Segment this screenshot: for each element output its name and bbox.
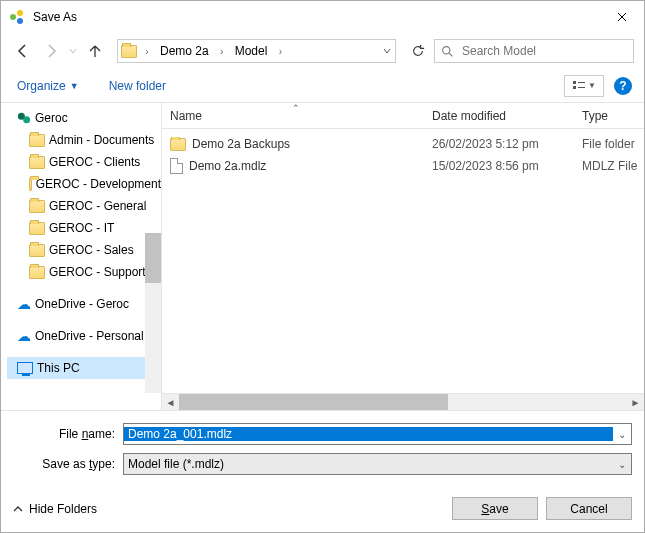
tree-label: GEROC - Support [49, 265, 146, 279]
chevron-right-icon[interactable]: › [215, 46, 229, 57]
folder-icon [29, 134, 45, 147]
save-button[interactable]: Save [452, 497, 538, 520]
tree-onedrive-2[interactable]: ☁ OneDrive - Personal [7, 325, 161, 347]
svg-rect-4 [573, 81, 576, 84]
recent-locations-dropdown[interactable] [67, 39, 79, 63]
tree-scrollbar[interactable] [145, 233, 161, 393]
titlebar: Save As [1, 1, 644, 33]
scrollbar-track[interactable] [179, 394, 627, 410]
file-row[interactable]: Demo 2a Backups26/02/2023 5:12 pmFile fo… [162, 133, 644, 155]
file-pane: Name ⌃ Date modified Type Demo 2a Backup… [162, 103, 644, 410]
cell-type: File folder [574, 137, 644, 151]
tree-label: GEROC - Clients [49, 155, 140, 169]
cell-name: Demo 2a.mdlz [162, 158, 424, 174]
cancel-button[interactable]: Cancel [546, 497, 632, 520]
close-button[interactable] [599, 1, 644, 33]
chevron-down-icon: ▼ [588, 81, 596, 90]
scrollbar-thumb[interactable] [145, 233, 161, 283]
filename-label: File name: [13, 427, 123, 441]
view-menu[interactable]: ▼ [564, 75, 604, 97]
refresh-button[interactable] [406, 39, 430, 63]
svg-point-2 [17, 18, 23, 24]
nav-row: › Demo 2a › Model › [1, 33, 644, 69]
tree-onedrive-1[interactable]: ☁ OneDrive - Geroc [7, 293, 161, 315]
tree-label: OneDrive - Geroc [35, 297, 129, 311]
window-title: Save As [33, 10, 599, 24]
folder-icon [29, 266, 45, 279]
back-button[interactable] [11, 39, 35, 63]
organize-menu[interactable]: Organize ▼ [13, 77, 83, 95]
file-list[interactable]: Demo 2a Backups26/02/2023 5:12 pmFile fo… [162, 129, 644, 393]
tree-item[interactable]: GEROC - Sales [7, 239, 161, 261]
tree-root[interactable]: Geroc [7, 107, 161, 129]
sharepoint-icon [17, 111, 31, 125]
hide-folders-label: Hide Folders [29, 502, 97, 516]
toolbar: Organize ▼ New folder ▼ ? [1, 69, 644, 103]
filename-combo[interactable]: Demo 2a_001.mdlz ⌄ [123, 423, 632, 445]
tree-label: OneDrive - Personal [35, 329, 144, 343]
forward-button[interactable] [39, 39, 63, 63]
folder-icon [29, 222, 45, 235]
tree-item[interactable]: Admin - Documents [7, 129, 161, 151]
breadcrumb-seg-0[interactable]: Demo 2a [154, 40, 215, 62]
tree-label: GEROC - Sales [49, 243, 134, 257]
breadcrumb-label: Demo 2a [160, 44, 209, 58]
svg-rect-7 [578, 87, 585, 88]
svg-point-3 [443, 46, 450, 53]
folder-icon [29, 156, 45, 169]
filename-row: File name: Demo 2a_001.mdlz ⌄ [13, 421, 632, 447]
saveastype-label: Save as type: [13, 457, 123, 471]
svg-rect-6 [578, 82, 585, 83]
svg-point-9 [23, 116, 30, 123]
scroll-left-icon[interactable]: ◄ [162, 394, 179, 411]
col-type[interactable]: Type [574, 109, 644, 123]
main-area: Geroc Admin - DocumentsGEROC - ClientsGE… [1, 103, 644, 410]
chevron-down-icon[interactable]: ⌄ [613, 429, 631, 440]
breadcrumb-dropdown[interactable] [377, 47, 395, 55]
cancel-label: Cancel [570, 502, 607, 516]
up-button[interactable] [83, 39, 107, 63]
tree-item[interactable]: GEROC - IT [7, 217, 161, 239]
tree-label: GEROC - IT [49, 221, 114, 235]
scrollbar-thumb[interactable] [179, 394, 448, 410]
tree-label: GEROC - Development [36, 177, 161, 191]
search-box[interactable] [434, 39, 634, 63]
cell-type: MDLZ File [574, 159, 644, 173]
cell-name: Demo 2a Backups [162, 137, 424, 151]
chevron-down-icon: ▼ [70, 81, 79, 91]
saveastype-combo[interactable]: Model file (*.mdlz) ⌄ [123, 453, 632, 475]
chevron-right-icon[interactable]: › [273, 46, 287, 57]
tree-label: This PC [37, 361, 80, 375]
search-input[interactable] [460, 43, 627, 59]
search-icon [441, 45, 454, 58]
help-button[interactable]: ? [614, 77, 632, 95]
tree-item[interactable]: GEROC - Development [7, 173, 161, 195]
file-icon [170, 158, 183, 174]
folder-icon [170, 138, 186, 151]
save-as-dialog: Save As › Demo 2a › Model › [0, 0, 645, 533]
saveastype-row: Save as type: Model file (*.mdlz) ⌄ [13, 451, 632, 477]
saveastype-value: Model file (*.mdlz) [124, 457, 613, 471]
col-date[interactable]: Date modified [424, 109, 574, 123]
tree-item[interactable]: GEROC - General [7, 195, 161, 217]
breadcrumb-seg-1[interactable]: Model [229, 40, 274, 62]
new-folder-label: New folder [109, 79, 166, 93]
cell-date: 26/02/2023 5:12 pm [424, 137, 574, 151]
chevron-down-icon[interactable]: ⌄ [613, 459, 631, 470]
hide-folders-toggle[interactable]: Hide Folders [13, 502, 97, 516]
horizontal-scrollbar[interactable]: ◄ ► [162, 393, 644, 410]
tree-label: Admin - Documents [49, 133, 154, 147]
tree-item[interactable]: GEROC - Support [7, 261, 161, 283]
tree-this-pc[interactable]: This PC [7, 357, 161, 379]
breadcrumb-bar[interactable]: › Demo 2a › Model › [117, 39, 396, 63]
chevron-right-icon[interactable]: › [140, 46, 154, 57]
new-folder-button[interactable]: New folder [105, 77, 170, 95]
folder-tree[interactable]: Geroc Admin - DocumentsGEROC - ClientsGE… [1, 103, 161, 410]
organize-label: Organize [17, 79, 66, 93]
filename-value[interactable]: Demo 2a_001.mdlz [124, 427, 613, 441]
tree-label: Geroc [35, 111, 68, 125]
scroll-right-icon[interactable]: ► [627, 394, 644, 411]
tree-item[interactable]: GEROC - Clients [7, 151, 161, 173]
file-row[interactable]: Demo 2a.mdlz15/02/2023 8:56 pmMDLZ File [162, 155, 644, 177]
svg-rect-5 [573, 86, 576, 89]
